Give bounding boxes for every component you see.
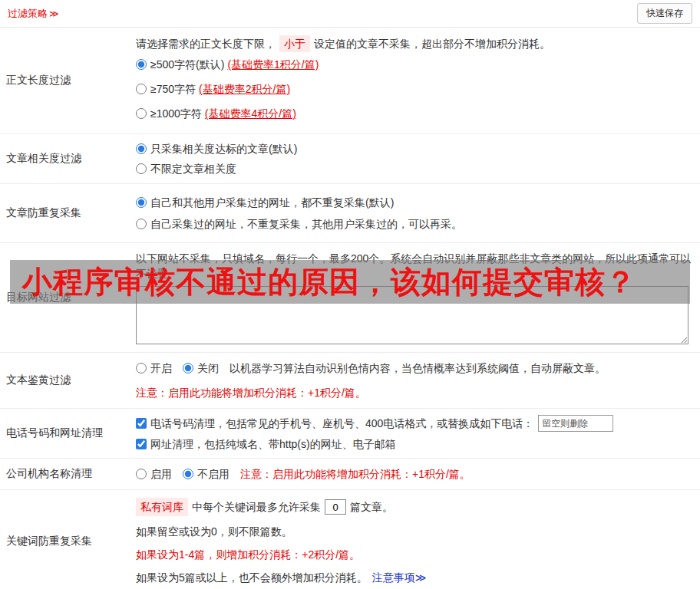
porn-filter-description: 以机器学习算法自动识别色情内容，当色情概率达到系统阈值，自动屏蔽文章。: [229, 360, 606, 376]
option-500-chars[interactable]: ≥500字符(默认) (基础费率1积分/篇): [136, 52, 692, 77]
expand-chevron-icon: ≫: [49, 8, 59, 19]
option-dedup-self-only[interactable]: 自己采集过的网址，不重复采集，其他用户采集过的，可以再采。: [136, 213, 692, 235]
checkbox-url-cleanup[interactable]: [136, 439, 147, 449]
row-label: 关键词防重复采集: [0, 490, 136, 589]
option-dedup-all-users[interactable]: 自己和其他用户采集过的网址，都不重复采集(默认): [136, 192, 692, 213]
rate-note: (基础费率4积分/篇): [205, 106, 296, 121]
radio-dedup-all-users[interactable]: [136, 197, 147, 208]
row-label: 文章防重复采集: [0, 184, 136, 242]
radio-relevance-strict[interactable]: [136, 143, 147, 154]
radio-company-on[interactable]: [136, 469, 147, 479]
row-label: 文章相关度过滤: [0, 134, 136, 183]
radio-1000-chars[interactable]: [136, 108, 147, 119]
keyword-note-five: 如果设为5篇或以上，也不会额外增加积分消耗。 注意事项≫: [136, 570, 692, 585]
row-body-length-filter: 正文长度过滤 请选择需求的正文长度下限，小于设定值的文章不采集，超出部分不增加积…: [0, 28, 700, 134]
keyword-note-cost: 如果设为1-4篇，则增加积分消耗：+2积分/篇。: [136, 547, 692, 562]
option-relevance-any[interactable]: 不限定文章相关度: [136, 159, 692, 179]
page-title[interactable]: 过滤策略≫: [8, 7, 59, 21]
row-porn-filter: 文本鉴黄过滤 开启 关闭 以机器学习算法自动识别色情内容，当色情概率达到系统阈值…: [0, 353, 700, 409]
quick-save-button[interactable]: 快速保存: [637, 3, 692, 24]
row-relevance-filter: 文章相关度过滤 只采集相关度达标的文章(默认) 不限定文章相关度: [0, 134, 700, 184]
less-than-tag: 小于: [279, 35, 310, 52]
row-label: 正文长度过滤: [0, 28, 136, 133]
radio-dedup-self-only[interactable]: [136, 219, 147, 229]
watermark-text: 小程序审核不通过的原因，该如何提交审核？: [22, 262, 636, 303]
option-phone-cleanup[interactable]: 电话号码清理，包括常见的手机号、座机号、400电话格式，或替换成如下电话：: [136, 414, 692, 433]
keyword-limit-line: 私有词库 中每个关键词最多允许采集 篇文章。: [136, 498, 692, 516]
row-label: 文本鉴黄过滤: [0, 353, 136, 408]
checkbox-phone-cleanup[interactable]: [136, 418, 147, 429]
row-label: 电话号码和网址清理: [0, 409, 136, 458]
keyword-limit-input[interactable]: [325, 499, 346, 515]
company-cost-note: 注意：启用此功能将增加积分消耗：+1积分/篇。: [240, 466, 471, 482]
porn-filter-options: 开启 关闭 以机器学习算法自动识别色情内容，当色情概率达到系统阈值，自动屏蔽文章…: [136, 360, 692, 376]
row-phone-url-cleanup: 电话号码和网址清理 电话号码清理，包括常见的手机号、座机号、400电话格式，或替…: [0, 409, 700, 459]
radio-company-off[interactable]: [183, 469, 193, 479]
rate-note: (基础费率1积分/篇): [227, 57, 319, 72]
radio-porn-off[interactable]: [183, 363, 193, 373]
watermark-overlay-banner: 小程序审核不通过的原因，该如何提交审核？: [10, 260, 690, 304]
keyword-note-empty: 如果留空或设为0，则不限篇数。: [136, 524, 692, 539]
option-porn-off[interactable]: 关闭: [183, 360, 219, 376]
company-cleanup-options: 启用 不启用 注意：启用此功能将增加积分消耗：+1积分/篇。: [136, 466, 692, 482]
row-dedup-collection: 文章防重复采集 自己和其他用户采集过的网址，都不重复采集(默认) 自己采集过的网…: [0, 184, 700, 243]
notice-link[interactable]: 注意事项≫: [372, 570, 427, 585]
body-length-description: 请选择需求的正文长度下限，小于设定值的文章不采集，超出部分不增加积分消耗。: [136, 35, 692, 52]
option-url-cleanup[interactable]: 网址清理，包括纯域名、带http(s)的网址、电子邮箱: [136, 436, 692, 452]
radio-750-chars[interactable]: [136, 84, 147, 94]
phone-replace-input[interactable]: [538, 415, 613, 432]
row-label: 公司机构名称清理: [0, 459, 136, 489]
radio-porn-on[interactable]: [136, 363, 147, 373]
option-company-on[interactable]: 启用: [136, 466, 172, 482]
option-company-off[interactable]: 不启用: [183, 466, 229, 482]
row-company-name-cleanup: 公司机构名称清理 启用 不启用 注意：启用此功能将增加积分消耗：+1积分/篇。: [0, 459, 700, 490]
porn-filter-cost-note: 注意：启用此功能将增加积分消耗：+1积分/篇。: [136, 385, 692, 400]
private-lexicon-tag: 私有词库: [136, 498, 188, 516]
option-porn-on[interactable]: 开启: [136, 360, 172, 376]
option-1000-chars[interactable]: ≥1000字符 (基础费率4积分/篇): [136, 101, 692, 126]
page-header: 过滤策略≫ 快速保存: [0, 0, 700, 28]
radio-500-chars[interactable]: [136, 59, 147, 70]
rate-note: (基础费率2积分/篇): [199, 81, 290, 97]
row-keyword-dedup: 关键词防重复采集 私有词库 中每个关键词最多允许采集 篇文章。 如果留空或设为0…: [0, 490, 700, 589]
option-relevance-strict[interactable]: 只采集相关度达标的文章(默认): [136, 139, 692, 159]
radio-relevance-any[interactable]: [136, 163, 147, 174]
option-750-chars[interactable]: ≥750字符 (基础费率2积分/篇): [136, 77, 692, 101]
